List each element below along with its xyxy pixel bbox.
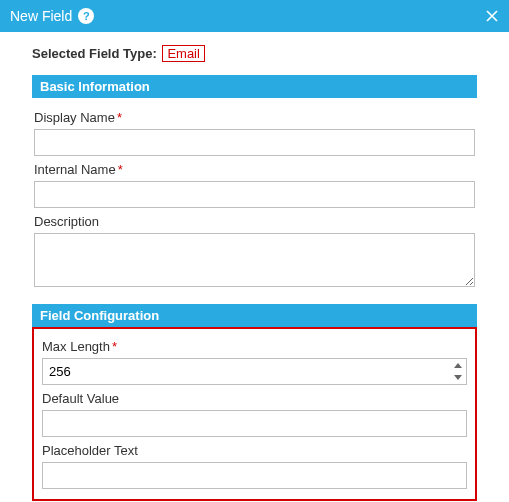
internal-name-label: Internal Name* bbox=[34, 162, 475, 177]
spinner-buttons bbox=[450, 359, 466, 384]
field-configuration-highlight: Max Length* Default Value Placeholder Te… bbox=[32, 327, 477, 501]
max-length-label: Max Length* bbox=[42, 339, 467, 354]
placeholder-text-input[interactable] bbox=[42, 462, 467, 489]
internal-name-input[interactable] bbox=[34, 181, 475, 208]
field-display-name: Display Name* bbox=[34, 110, 475, 156]
selected-field-type-label: Selected Field Type: bbox=[32, 46, 157, 61]
internal-name-label-text: Internal Name bbox=[34, 162, 116, 177]
max-length-spinner bbox=[42, 358, 467, 385]
display-name-label: Display Name* bbox=[34, 110, 475, 125]
required-asterisk: * bbox=[118, 162, 123, 177]
description-label: Description bbox=[34, 214, 475, 229]
display-name-input[interactable] bbox=[34, 129, 475, 156]
max-length-input[interactable] bbox=[42, 358, 467, 385]
field-description: Description bbox=[34, 214, 475, 290]
default-value-input[interactable] bbox=[42, 410, 467, 437]
field-placeholder-text: Placeholder Text bbox=[42, 443, 467, 489]
display-name-label-text: Display Name bbox=[34, 110, 115, 125]
dialog-content: Selected Field Type: Email Basic Informa… bbox=[0, 32, 509, 502]
spinner-down-icon[interactable] bbox=[450, 372, 466, 385]
spinner-up-icon[interactable] bbox=[450, 359, 466, 372]
section-basic-body: Display Name* Internal Name* Description bbox=[32, 98, 477, 300]
max-length-label-text: Max Length bbox=[42, 339, 110, 354]
selected-field-type-value: Email bbox=[162, 45, 205, 62]
field-internal-name: Internal Name* bbox=[34, 162, 475, 208]
placeholder-text-label: Placeholder Text bbox=[42, 443, 467, 458]
section-header-basic: Basic Information bbox=[32, 75, 477, 98]
selected-field-type: Selected Field Type: Email bbox=[32, 46, 477, 61]
section-header-config: Field Configuration bbox=[32, 304, 477, 327]
field-default-value: Default Value bbox=[42, 391, 467, 437]
close-icon[interactable] bbox=[485, 9, 499, 23]
required-asterisk: * bbox=[117, 110, 122, 125]
field-max-length: Max Length* bbox=[42, 339, 467, 385]
description-input[interactable] bbox=[34, 233, 475, 287]
help-icon[interactable]: ? bbox=[78, 8, 94, 24]
required-asterisk: * bbox=[112, 339, 117, 354]
dialog-titlebar: New Field ? bbox=[0, 0, 509, 32]
default-value-label: Default Value bbox=[42, 391, 467, 406]
dialog-title: New Field bbox=[10, 8, 72, 24]
